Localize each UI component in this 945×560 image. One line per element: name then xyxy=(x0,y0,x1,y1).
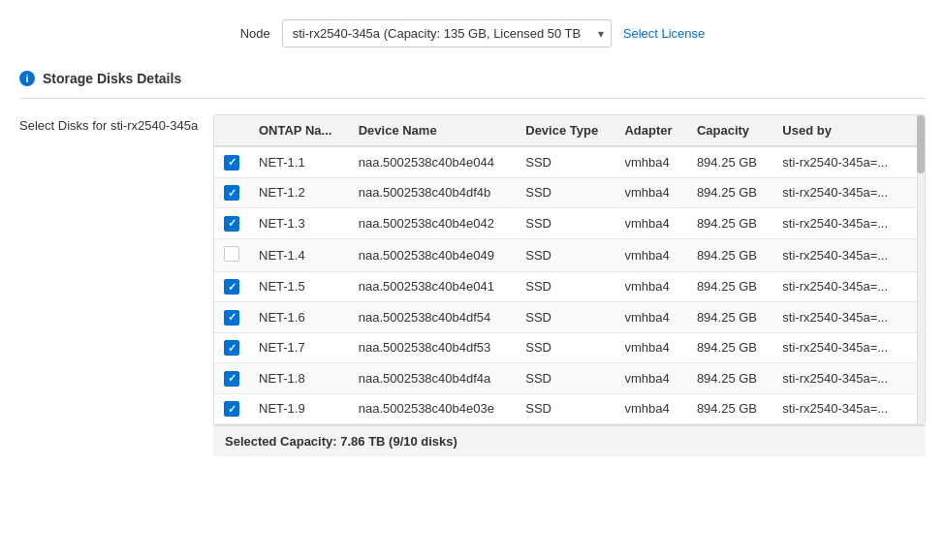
device-type-cell: SSD xyxy=(516,302,614,333)
col-header-ontap-name: ONTAP Na... xyxy=(249,115,349,146)
select-license-link[interactable]: Select License xyxy=(623,26,706,41)
table-wrapper: ONTAP Na... Device Name Device Type Adap… xyxy=(213,114,926,425)
used-by-cell: sti-rx2540-345a=... xyxy=(772,332,907,363)
used-by-cell: sti-rx2540-345a=... xyxy=(772,271,907,302)
col-header-checkbox xyxy=(214,115,249,146)
info-icon: i xyxy=(19,71,35,86)
device-name-cell: naa.5002538c40b4df4b xyxy=(349,177,517,208)
table-header-row: ONTAP Na... Device Name Device Type Adap… xyxy=(214,115,925,146)
ontap-name-cell: NET-1.8 xyxy=(249,363,349,394)
capacity-cell: 894.25 GB xyxy=(687,238,772,271)
device-name-cell: naa.5002538c40b4df4a xyxy=(349,363,517,394)
disk-checkbox[interactable] xyxy=(224,401,239,417)
ontap-name-cell: NET-1.7 xyxy=(249,332,349,363)
capacity-cell: 894.25 GB xyxy=(687,393,772,424)
table-row: NET-1.4naa.5002538c40b4e049SSDvmhba4894.… xyxy=(214,238,925,271)
node-select-wrapper: sti-rx2540-345a (Capacity: 135 GB, Licen… xyxy=(282,19,612,47)
capacity-cell: 894.25 GB xyxy=(687,271,772,302)
disk-table: ONTAP Na... Device Name Device Type Adap… xyxy=(214,115,925,424)
adapter-cell: vmhba4 xyxy=(614,363,686,394)
device-type-cell: SSD xyxy=(516,393,614,424)
main-content: Select Disks for sti-rx2540-345a ONTAP N… xyxy=(19,114,926,456)
left-panel: Select Disks for sti-rx2540-345a xyxy=(19,114,213,456)
capacity-cell: 894.25 GB xyxy=(687,332,772,363)
ontap-name-cell: NET-1.4 xyxy=(249,238,349,271)
disk-checkbox[interactable] xyxy=(224,155,239,171)
section-title: Storage Disks Details xyxy=(43,71,181,86)
device-name-cell: naa.5002538c40b4e03e xyxy=(349,393,517,424)
used-by-cell: sti-rx2540-345a=... xyxy=(772,363,907,394)
adapter-cell: vmhba4 xyxy=(614,208,686,239)
col-header-device-name: Device Name xyxy=(349,115,517,146)
adapter-cell: vmhba4 xyxy=(614,393,686,424)
disk-checkbox[interactable] xyxy=(224,310,239,326)
checkbox-cell[interactable] xyxy=(214,238,249,271)
checkbox-cell[interactable] xyxy=(214,332,249,363)
ontap-name-cell: NET-1.5 xyxy=(249,271,349,302)
device-name-cell: naa.5002538c40b4e044 xyxy=(349,146,517,177)
disk-checkbox[interactable] xyxy=(224,279,239,295)
checkbox-cell[interactable] xyxy=(214,302,249,333)
select-disks-label: Select Disks for sti-rx2540-345a xyxy=(19,118,198,133)
scrollbar-thumb[interactable] xyxy=(917,115,925,173)
table-row: NET-1.6naa.5002538c40b4df54SSDvmhba4894.… xyxy=(214,302,925,333)
checkbox-cell[interactable] xyxy=(214,393,249,424)
used-by-cell: sti-rx2540-345a=... xyxy=(772,393,907,424)
footer-bar: Selected Capacity: 7.86 TB (9/10 disks) xyxy=(213,425,926,456)
device-name-cell: naa.5002538c40b4e042 xyxy=(349,208,517,239)
used-by-cell: sti-rx2540-345a=... xyxy=(772,146,907,177)
adapter-cell: vmhba4 xyxy=(614,332,686,363)
checkbox-cell[interactable] xyxy=(214,363,249,394)
ontap-name-cell: NET-1.9 xyxy=(249,393,349,424)
capacity-cell: 894.25 GB xyxy=(687,208,772,239)
table-row: NET-1.5naa.5002538c40b4e041SSDvmhba4894.… xyxy=(214,271,925,302)
capacity-cell: 894.25 GB xyxy=(687,363,772,394)
ontap-name-cell: NET-1.6 xyxy=(249,302,349,333)
checkbox-cell[interactable] xyxy=(214,146,249,177)
disk-checkbox[interactable] xyxy=(224,246,239,262)
table-row: NET-1.3naa.5002538c40b4e042SSDvmhba4894.… xyxy=(214,208,925,239)
selected-capacity-label: Selected Capacity: 7.86 TB (9/10 disks) xyxy=(225,434,457,449)
node-label: Node xyxy=(240,26,270,41)
adapter-cell: vmhba4 xyxy=(614,238,686,271)
table-row: NET-1.9naa.5002538c40b4e03eSSDvmhba4894.… xyxy=(214,393,925,424)
adapter-cell: vmhba4 xyxy=(614,271,686,302)
table-row: NET-1.2naa.5002538c40b4df4bSSDvmhba4894.… xyxy=(214,177,925,208)
ontap-name-cell: NET-1.3 xyxy=(249,208,349,239)
node-row: Node sti-rx2540-345a (Capacity: 135 GB, … xyxy=(19,19,926,47)
ontap-name-cell: NET-1.2 xyxy=(249,177,349,208)
disk-checkbox[interactable] xyxy=(224,371,239,387)
adapter-cell: vmhba4 xyxy=(614,177,686,208)
adapter-cell: vmhba4 xyxy=(614,146,686,177)
capacity-cell: 894.25 GB xyxy=(687,302,772,333)
col-header-capacity: Capacity xyxy=(687,115,772,146)
device-name-cell: naa.5002538c40b4df53 xyxy=(349,332,517,363)
device-type-cell: SSD xyxy=(516,146,614,177)
disk-checkbox[interactable] xyxy=(224,340,239,356)
table-row: NET-1.8naa.5002538c40b4df4aSSDvmhba4894.… xyxy=(214,363,925,394)
disk-checkbox[interactable] xyxy=(224,216,239,232)
device-type-cell: SSD xyxy=(516,177,614,208)
section-header: i Storage Disks Details xyxy=(19,71,926,99)
disk-checkbox[interactable] xyxy=(224,185,239,201)
device-type-cell: SSD xyxy=(516,208,614,239)
checkbox-cell[interactable] xyxy=(214,208,249,239)
adapter-cell: vmhba4 xyxy=(614,302,686,333)
device-type-cell: SSD xyxy=(516,363,614,394)
device-name-cell: naa.5002538c40b4e049 xyxy=(349,238,517,271)
table-area: ONTAP Na... Device Name Device Type Adap… xyxy=(213,114,926,456)
checkbox-cell[interactable] xyxy=(214,177,249,208)
device-name-cell: naa.5002538c40b4e041 xyxy=(349,271,517,302)
device-type-cell: SSD xyxy=(516,271,614,302)
scrollbar[interactable] xyxy=(917,115,925,424)
table-row: NET-1.1naa.5002538c40b4e044SSDvmhba4894.… xyxy=(214,146,925,177)
used-by-cell: sti-rx2540-345a=... xyxy=(772,177,907,208)
node-select[interactable]: sti-rx2540-345a (Capacity: 135 GB, Licen… xyxy=(282,19,612,47)
capacity-cell: 894.25 GB xyxy=(687,177,772,208)
device-type-cell: SSD xyxy=(516,332,614,363)
checkbox-cell[interactable] xyxy=(214,271,249,302)
used-by-cell: sti-rx2540-345a=... xyxy=(772,302,907,333)
used-by-cell: sti-rx2540-345a=... xyxy=(772,208,907,239)
capacity-cell: 894.25 GB xyxy=(687,146,772,177)
used-by-cell: sti-rx2540-345a=... xyxy=(772,238,907,271)
